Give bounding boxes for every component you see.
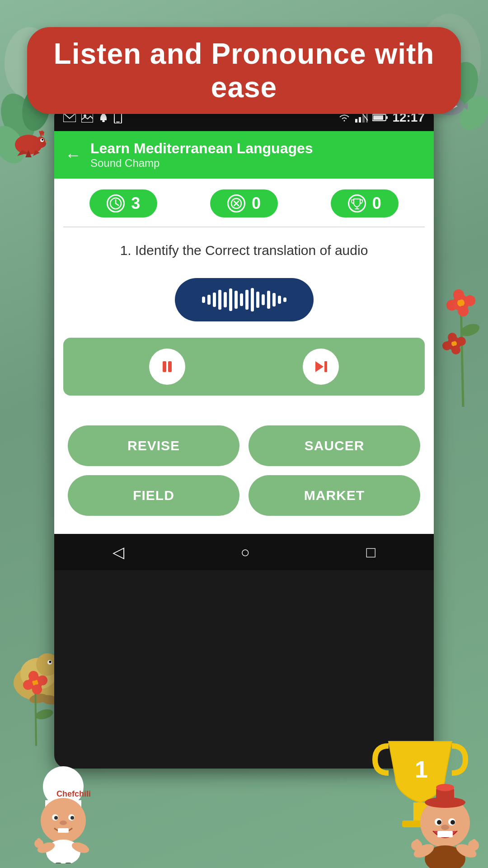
svg-rect-119 xyxy=(415,839,419,846)
wave-bar-16 xyxy=(283,297,286,302)
timer-value: 3 xyxy=(131,194,140,213)
battery-icon xyxy=(372,113,388,122)
wave-bar-14 xyxy=(272,293,276,307)
svg-point-109 xyxy=(436,784,454,791)
wave-bar-13 xyxy=(267,291,270,309)
back-button[interactable]: ← xyxy=(65,146,81,165)
wave-bar-11 xyxy=(256,292,259,308)
answer-button-revise[interactable]: REVISE xyxy=(68,425,239,466)
pause-icon xyxy=(159,359,175,375)
svg-point-89 xyxy=(54,816,58,820)
svg-point-90 xyxy=(70,816,74,820)
skip-button[interactable] xyxy=(303,349,339,385)
x-icon xyxy=(227,194,245,212)
skip-icon xyxy=(313,359,329,375)
trophy-icon xyxy=(348,194,366,212)
wave-bar-1 xyxy=(202,297,205,303)
score-row: 3 0 xyxy=(54,179,434,226)
mail-icon xyxy=(63,113,76,122)
wave-bar-2 xyxy=(207,295,211,305)
answer-button-saucer[interactable]: SAUCER xyxy=(249,425,420,466)
audio-player-wrapper xyxy=(54,269,434,330)
signal-icon xyxy=(355,113,368,123)
svg-marker-81 xyxy=(315,361,324,372)
wrong-badge: 0 xyxy=(210,189,278,217)
nav-back-button[interactable]: ◁ xyxy=(103,538,133,566)
wave-bar-4 xyxy=(218,290,221,310)
clock-icon xyxy=(107,194,125,212)
svg-text:1: 1 xyxy=(415,756,428,783)
banner-text: Listen and Pronounce with ease xyxy=(45,37,443,104)
svg-point-113 xyxy=(450,820,455,825)
svg-rect-80 xyxy=(168,361,172,372)
wave-bar-15 xyxy=(278,296,281,304)
wave-bar-6 xyxy=(229,288,232,311)
question-text: 1. Identify the Correct translation of a… xyxy=(54,227,434,269)
svg-rect-92 xyxy=(58,828,69,833)
phone-frame: 12:17 ← Learn Mediterranean Languages So… xyxy=(54,104,434,769)
main-content: 3 0 xyxy=(54,179,434,534)
nav-home-button[interactable]: ○ xyxy=(231,539,259,566)
wave-bar-7 xyxy=(235,291,238,309)
header-subtitle: Sound Champ xyxy=(90,157,313,170)
wave-bar-9 xyxy=(245,290,249,310)
playback-controls xyxy=(63,338,425,396)
svg-rect-63 xyxy=(355,119,357,123)
svg-rect-64 xyxy=(359,117,361,123)
nav-recent-button[interactable]: □ xyxy=(357,539,385,566)
wave-bar-3 xyxy=(213,292,216,307)
wifi-icon xyxy=(338,113,351,123)
trophy-badge: 0 xyxy=(331,189,399,217)
answer-button-field[interactable]: FIELD xyxy=(68,475,239,516)
svg-text:Chefchili: Chefchili xyxy=(56,789,91,798)
image-icon xyxy=(81,113,93,123)
wrong-value: 0 xyxy=(252,194,261,213)
svg-rect-82 xyxy=(324,361,327,372)
svg-rect-79 xyxy=(163,361,166,372)
header-title: Learn Mediterranean Languages xyxy=(90,140,313,157)
wave-bar-8 xyxy=(240,293,243,306)
svg-point-112 xyxy=(437,820,441,825)
answer-button-market[interactable]: MARKET xyxy=(249,475,420,516)
trophy-value: 0 xyxy=(372,194,381,213)
svg-rect-69 xyxy=(373,115,383,120)
svg-rect-62 xyxy=(116,122,120,123)
answer-grid: REVISE SAUCER FIELD MARKET xyxy=(54,403,434,534)
svg-rect-60 xyxy=(102,120,105,122)
top-banner: Listen and Pronounce with ease xyxy=(27,27,461,114)
wave-bar-5 xyxy=(224,292,227,307)
audio-wave-button[interactable] xyxy=(175,278,314,321)
svg-rect-122 xyxy=(472,839,476,846)
wave-bar-10 xyxy=(251,288,254,311)
svg-point-115 xyxy=(441,825,449,830)
wave-bar-12 xyxy=(262,294,265,305)
svg-rect-98 xyxy=(37,838,41,844)
svg-line-73 xyxy=(116,203,118,205)
pause-button[interactable] xyxy=(149,349,185,385)
nav-bar: ◁ ○ □ xyxy=(54,534,434,570)
header-title-block: Learn Mediterranean Languages Sound Cham… xyxy=(90,140,313,170)
app-header: ← Learn Mediterranean Languages Sound Ch… xyxy=(54,131,434,179)
svg-rect-114 xyxy=(437,831,453,837)
svg-rect-70 xyxy=(386,116,388,119)
mascot-trophy: 1 xyxy=(361,732,479,859)
mascot-chefchili: Chefchili xyxy=(18,764,108,854)
svg-point-91 xyxy=(60,821,67,825)
timer-badge: 3 xyxy=(89,189,157,217)
wave-visualization xyxy=(202,288,286,311)
